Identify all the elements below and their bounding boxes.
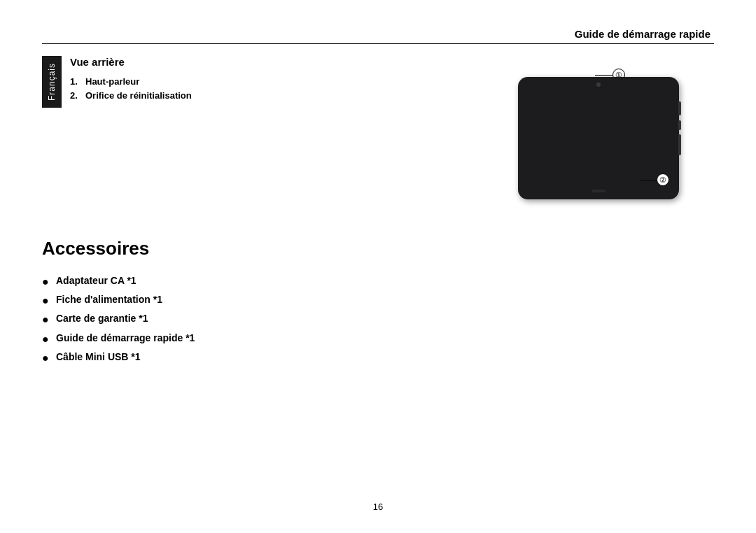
annotation-circle-2: ② bbox=[657, 173, 669, 186]
page-container: Guide de démarrage rapide Français Vue a… bbox=[0, 0, 756, 533]
item-text: Guide de démarrage rapide *1 bbox=[56, 332, 195, 343]
list-number: 2. bbox=[70, 90, 81, 101]
list-text: Orifice de réinitialisation bbox=[85, 90, 192, 101]
accessoires-section: Accessoires ● Adaptateur CA *1 ● Fiche d… bbox=[42, 238, 714, 370]
accessoires-list: ● Adaptateur CA *1 ● Fiche d'alimentatio… bbox=[42, 275, 714, 364]
list-number: 1. bbox=[70, 76, 81, 87]
bullet-icon: ● bbox=[42, 275, 50, 288]
sidebar-label-text: Français bbox=[47, 63, 57, 101]
top-border bbox=[42, 43, 714, 44]
bullet-icon: ● bbox=[42, 332, 50, 346]
item-text: Carte de garantie *1 bbox=[56, 313, 148, 324]
list-item: ● Carte de garantie *1 bbox=[42, 313, 714, 326]
tablet-connector bbox=[592, 190, 606, 192]
bullet-icon: ● bbox=[42, 294, 50, 307]
accessoires-title: Accessoires bbox=[42, 238, 714, 260]
bullet-icon: ● bbox=[42, 313, 50, 326]
tablet-illustration: ① ② bbox=[504, 56, 700, 210]
bullet-icon: ● bbox=[42, 351, 50, 364]
item-text: Câble Mini USB *1 bbox=[56, 351, 141, 362]
tablet-button-2 bbox=[678, 120, 681, 130]
annotation-line-1 bbox=[595, 75, 612, 76]
list-text: Haut-parleur bbox=[85, 76, 139, 87]
tablet-camera bbox=[596, 83, 601, 87]
tablet-button-3 bbox=[678, 134, 681, 155]
annotation-line-2 bbox=[640, 180, 657, 180]
page-number: 16 bbox=[373, 502, 383, 512]
item-text: Adaptateur CA *1 bbox=[56, 275, 136, 286]
page-header: Guide de démarrage rapide bbox=[575, 28, 710, 41]
list-item: ● Guide de démarrage rapide *1 bbox=[42, 332, 714, 346]
tablet-button-1 bbox=[678, 101, 681, 115]
sidebar-language: Français bbox=[42, 56, 62, 108]
list-item: ● Câble Mini USB *1 bbox=[42, 351, 714, 364]
list-item: ● Fiche d'alimentation *1 bbox=[42, 294, 714, 307]
tablet-device bbox=[518, 77, 679, 199]
list-item: ● Adaptateur CA *1 bbox=[42, 275, 714, 288]
page-title: Guide de démarrage rapide bbox=[575, 28, 710, 40]
item-text: Fiche d'alimentation *1 bbox=[56, 294, 162, 305]
